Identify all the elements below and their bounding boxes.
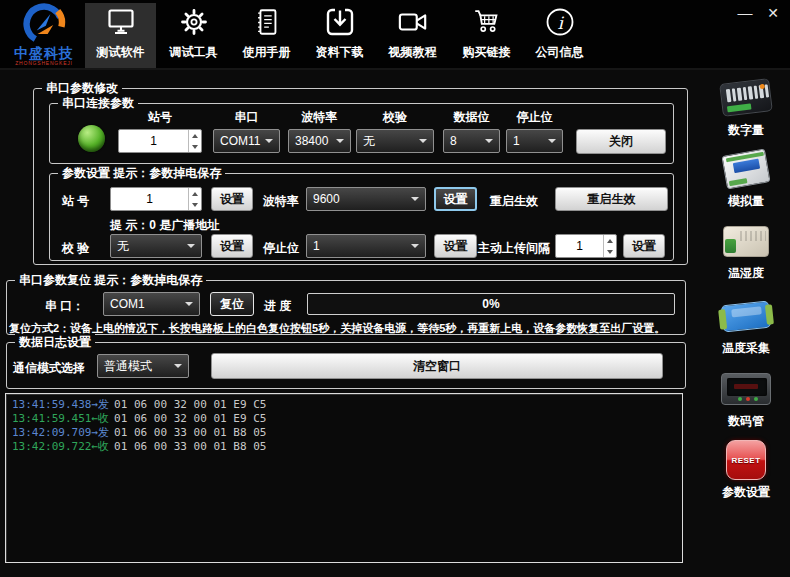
toolbar-item-company-info[interactable]: i 公司信息 (524, 3, 595, 68)
restart-effect-label: 重启生效 (490, 193, 538, 210)
toolbar-item-debug-tools[interactable]: 调试工具 (158, 3, 229, 68)
stopbits-value: 1 (513, 134, 520, 148)
close-port-button[interactable]: 关闭 (576, 129, 666, 154)
sidebar-item-label: 数字量 (710, 122, 782, 139)
progress-label: 进 度 (264, 298, 291, 315)
station-number-input[interactable]: 1 (118, 129, 202, 153)
sidebar-item-analog-io[interactable]: 模拟量 (710, 147, 782, 210)
serial-param-reset-group: 串口参数复位 提示：参数掉电保存 串 口： COM1 复位 进 度 0% 复位方… (6, 280, 686, 335)
toolbar-item-label: 使用手册 (243, 44, 291, 61)
spinner-down-icon[interactable] (189, 199, 201, 210)
set-parity-button[interactable]: 设置 (211, 234, 253, 258)
parity-select[interactable]: 无 (356, 129, 434, 153)
group-title: 数据日志设置 (15, 334, 95, 351)
sidebar-item-label: 温度采集 (710, 340, 782, 357)
sidebar-item-label: 温湿度 (710, 265, 782, 282)
info-icon: i (544, 5, 576, 39)
toolbar-item-downloads[interactable]: 资料下载 (304, 3, 375, 68)
spinner-down-icon[interactable] (604, 246, 616, 257)
logo-title: 中盛科技 (3, 46, 85, 60)
monitor-icon (105, 5, 137, 39)
spinner-up-icon[interactable] (604, 235, 616, 246)
parity-set-value: 无 (117, 238, 129, 255)
log-line: 13:42:09.722←收01 06 00 33 00 01 B8 05 (12, 440, 676, 454)
sidebar-item-label: 参数设置 (710, 484, 782, 501)
stopbits-set-select[interactable]: 1 (306, 234, 426, 258)
reset-progress-bar: 0% (307, 293, 675, 315)
spinner-buttons[interactable] (188, 130, 201, 152)
data-log-settings-group: 数据日志设置 通信模式选择 普通模式 清空窗口 (6, 342, 686, 389)
upload-interval-input[interactable]: 1 (555, 234, 617, 258)
baud-value: 38400 (295, 134, 328, 148)
header-bar: 中盛科技 ZHONGSHENGKEJI 测试软件 调试工具 (0, 0, 790, 70)
spinner-buttons[interactable] (188, 188, 201, 210)
comm-mode-value: 普通模式 (104, 358, 152, 375)
station-set-input[interactable]: 1 (110, 187, 202, 211)
set-stopbits-button[interactable]: 设置 (434, 234, 477, 258)
set-station-button[interactable]: 设置 (211, 187, 253, 211)
serial-param-modify-group: 串口参数修改 串口连接参数 站号 1 串口 COM11 波特率 38400 校验 (33, 88, 688, 265)
parity-set-select[interactable]: 无 (110, 234, 202, 258)
close-button[interactable]: ✕ (760, 1, 786, 25)
chevron-down-icon (419, 139, 427, 143)
station-label: 站号 (118, 109, 202, 126)
toolbar-item-test-software[interactable]: 测试软件 (85, 3, 156, 68)
logo-icon (22, 2, 66, 46)
toolbar-item-user-manual[interactable]: 使用手册 (231, 3, 302, 68)
log-timestamp: 13:41:59.451←收 (12, 412, 109, 425)
port-select[interactable]: COM11 (213, 129, 280, 153)
databits-select[interactable]: 8 (443, 129, 500, 153)
reset-port-select[interactable]: COM1 (103, 292, 200, 316)
sidebar-item-digital-display[interactable]: 数码管 (710, 367, 782, 430)
sidebar-item-temp-humidity[interactable]: 温湿度 (710, 219, 782, 282)
company-logo: 中盛科技 ZHONGSHENGKEJI (3, 1, 85, 68)
analog-module-icon (720, 147, 772, 191)
svg-text:i: i (557, 13, 564, 33)
clear-window-button[interactable]: 清空窗口 (211, 353, 663, 379)
spinner-down-icon[interactable] (189, 141, 201, 152)
chevron-down-icon (174, 364, 182, 368)
sidebar-item-digital-io[interactable]: 数字量 (710, 76, 782, 139)
parity-value: 无 (363, 133, 375, 150)
baud-set-select[interactable]: 9600 (306, 187, 426, 211)
digital-display-module-icon (720, 367, 772, 411)
toolbar-item-label: 购买链接 (463, 44, 511, 61)
stopbits-label: 停止位 (263, 240, 299, 257)
station-label: 站 号 (62, 193, 89, 210)
sidebar-item-param-settings[interactable]: RESET 参数设置 (710, 438, 782, 501)
log-timestamp: 13:42:09.709→发 (12, 426, 109, 439)
logo-subtitle: ZHONGSHENGKEJI (3, 60, 85, 66)
log-hex-data: 01 06 00 32 00 01 E9 C5 (114, 398, 266, 411)
chevron-down-icon (411, 244, 419, 248)
broadcast-hint: 提 示：0 是广播地址 (110, 217, 219, 234)
reset-button[interactable]: 复位 (210, 292, 254, 316)
comm-mode-select[interactable]: 普通模式 (97, 354, 189, 378)
reset-port-label: 串 口： (45, 298, 84, 315)
shopping-cart-icon (471, 5, 503, 39)
toolbar-item-label: 调试工具 (170, 44, 218, 61)
upload-interval-value: 1 (556, 235, 603, 257)
toolbar-item-purchase-link[interactable]: 购买链接 (451, 3, 522, 68)
spinner-up-icon[interactable] (189, 188, 201, 199)
restart-effect-button[interactable]: 重启生效 (555, 187, 668, 211)
stopbits-label: 停止位 (506, 109, 563, 126)
spinner-up-icon[interactable] (189, 130, 201, 141)
log-timestamp: 13:42:09.722←收 (12, 440, 109, 453)
upload-interval-label: 主动上传间隔 (478, 240, 550, 257)
progress-value: 0% (482, 297, 499, 311)
serial-connection-group: 串口连接参数 站号 1 串口 COM11 波特率 38400 校验 无 (49, 103, 674, 164)
toolbar-item-video-tutorials[interactable]: 视频教程 (377, 3, 448, 68)
set-upload-interval-button[interactable]: 设置 (623, 234, 665, 258)
baud-select[interactable]: 38400 (288, 129, 351, 153)
temp-humidity-module-icon (720, 219, 772, 263)
spinner-buttons[interactable] (603, 235, 616, 257)
set-baud-button[interactable]: 设置 (434, 187, 477, 211)
log-line: 13:41:59.451←收01 06 00 32 00 01 E9 C5 (12, 412, 676, 426)
log-output[interactable]: 13:41:59.438→发01 06 00 32 00 01 E9 C5 13… (5, 393, 683, 563)
group-title: 串口参数复位 提示：参数掉电保存 (15, 272, 206, 289)
stopbits-select[interactable]: 1 (506, 129, 563, 153)
temp-collector-module-icon (720, 294, 772, 338)
minimize-button[interactable]: — (732, 1, 758, 25)
manual-book-icon (252, 5, 282, 39)
sidebar-item-temp-collector[interactable]: 温度采集 (710, 294, 782, 357)
